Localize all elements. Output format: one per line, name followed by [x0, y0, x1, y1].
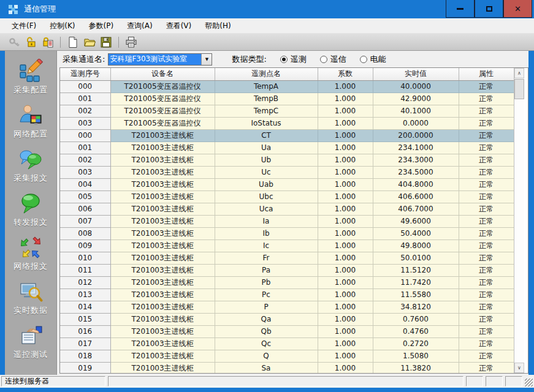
- data-cell[interactable]: TempC: [215, 105, 318, 117]
- data-cell[interactable]: Ia: [215, 215, 318, 227]
- data-cell[interactable]: 1.000: [318, 215, 373, 227]
- data-cell[interactable]: T201003主进线柜: [110, 362, 215, 373]
- data-cell[interactable]: T201003主进线柜: [110, 337, 215, 350]
- row-header-cell[interactable]: 016: [60, 325, 110, 337]
- data-cell[interactable]: 正常: [459, 264, 514, 276]
- data-cell[interactable]: 0.7600: [373, 313, 459, 325]
- sidebar-item-network-config[interactable]: 网络配置: [13, 103, 48, 140]
- row-header-cell[interactable]: 010: [60, 252, 110, 264]
- data-cell[interactable]: Sa: [215, 362, 318, 373]
- minimize-button[interactable]: [446, 0, 475, 18]
- data-cell[interactable]: T201003主进线柜: [110, 166, 215, 178]
- menu-item[interactable]: 查询(A): [120, 18, 159, 34]
- scrollbar-thumb[interactable]: [514, 79, 524, 99]
- data-cell[interactable]: 1.000: [318, 80, 373, 92]
- table-row[interactable]: 014T201003主进线柜P1.00034.8120正常: [60, 301, 514, 313]
- vertical-scrollbar[interactable]: ∧ ∨: [514, 68, 524, 373]
- data-cell[interactable]: 正常: [459, 288, 514, 301]
- data-cell[interactable]: 正常: [459, 301, 514, 313]
- row-header-cell[interactable]: 007: [60, 215, 110, 227]
- column-header[interactable]: 遥测点名: [215, 68, 318, 80]
- chevron-down-icon[interactable]: ▼: [201, 54, 212, 65]
- data-cell[interactable]: TempB: [215, 92, 318, 105]
- data-cell[interactable]: 正常: [459, 325, 514, 337]
- table-row[interactable]: 007T201003主进线柜Ia1.00049.6000正常: [60, 215, 514, 227]
- column-header[interactable]: 系数: [318, 68, 373, 80]
- data-cell[interactable]: T201003主进线柜: [110, 252, 215, 264]
- column-header[interactable]: 属性: [459, 68, 514, 80]
- data-cell[interactable]: 正常: [459, 362, 514, 373]
- table-row[interactable]: 012T201003主进线柜Pb1.00011.7420正常: [60, 276, 514, 288]
- table-row[interactable]: 005T201003主进线柜Ubc1.000406.6000正常: [60, 190, 514, 203]
- data-cell[interactable]: 1.000: [318, 313, 373, 325]
- row-header-cell[interactable]: 019: [60, 362, 110, 373]
- data-cell[interactable]: 1.000: [318, 337, 373, 350]
- data-cell[interactable]: 1.000: [318, 288, 373, 301]
- menu-item[interactable]: 查看(V): [159, 18, 199, 34]
- data-cell[interactable]: 1.000: [318, 252, 373, 264]
- sidebar-item-collect-message[interactable]: 采集报文: [13, 147, 48, 184]
- data-cell[interactable]: 11.7420: [373, 276, 459, 288]
- data-cell[interactable]: 正常: [459, 227, 514, 239]
- table-row[interactable]: 000T201003主进线柜CT1.000200.0000正常: [60, 129, 514, 141]
- data-cell[interactable]: Ic: [215, 239, 318, 252]
- save-icon[interactable]: [100, 36, 112, 48]
- new-document-icon[interactable]: [67, 36, 79, 48]
- data-cell[interactable]: Ub: [215, 154, 318, 166]
- row-header-cell[interactable]: 001: [60, 92, 110, 105]
- data-cell[interactable]: 1.000: [318, 105, 373, 117]
- sidebar-item-realtime-data[interactable]: 实时数据: [13, 279, 48, 316]
- column-header[interactable]: 遥测序号: [60, 68, 110, 80]
- data-cell[interactable]: 正常: [459, 190, 514, 203]
- data-cell[interactable]: T201003主进线柜: [110, 313, 215, 325]
- data-cell[interactable]: 1.000: [318, 362, 373, 373]
- lock-edit-icon[interactable]: [42, 36, 54, 48]
- close-button[interactable]: ✕: [503, 0, 532, 18]
- table-row[interactable]: 019T201003主进线柜Sa1.00011.3820正常: [60, 362, 514, 373]
- table-row[interactable]: 002T201005变压器温控仪TempC1.00040.1000正常: [60, 105, 514, 117]
- data-cell[interactable]: Ua: [215, 141, 318, 154]
- data-cell[interactable]: Qb: [215, 325, 318, 337]
- data-cell[interactable]: 正常: [459, 92, 514, 105]
- data-cell[interactable]: 正常: [459, 239, 514, 252]
- table-row[interactable]: 009T201003主进线柜Ic1.00049.8000正常: [60, 239, 514, 252]
- data-cell[interactable]: T201003主进线柜: [110, 190, 215, 203]
- menu-item[interactable]: 帮助(H): [198, 18, 237, 34]
- table-row[interactable]: 010T201003主进线柜Fr1.00050.0100正常: [60, 252, 514, 264]
- row-header-cell[interactable]: 005: [60, 190, 110, 203]
- row-header-cell[interactable]: 002: [60, 105, 110, 117]
- data-cell[interactable]: 1.000: [318, 141, 373, 154]
- data-cell[interactable]: IoStatus: [215, 117, 318, 129]
- table-row[interactable]: 004T201003主进线柜Uab1.000404.8000正常: [60, 178, 514, 190]
- menu-item[interactable]: 控制(K): [43, 18, 82, 34]
- data-cell[interactable]: 1.000: [318, 117, 373, 129]
- unlock-icon[interactable]: [25, 36, 37, 48]
- table-row[interactable]: 008T201003主进线柜Ib1.00050.4000正常: [60, 227, 514, 239]
- column-header[interactable]: 设备名: [110, 68, 215, 80]
- data-cell[interactable]: 正常: [459, 276, 514, 288]
- data-cell[interactable]: 11.5120: [373, 264, 459, 276]
- data-cell[interactable]: 1.000: [318, 178, 373, 190]
- data-cell[interactable]: T201003主进线柜: [110, 178, 215, 190]
- row-header-cell[interactable]: 012: [60, 276, 110, 288]
- data-cell[interactable]: 正常: [459, 141, 514, 154]
- data-cell[interactable]: 1.000: [318, 166, 373, 178]
- data-cell[interactable]: 正常: [459, 178, 514, 190]
- data-cell[interactable]: 正常: [459, 350, 514, 362]
- data-cell[interactable]: TempA: [215, 80, 318, 92]
- row-header-cell[interactable]: 011: [60, 264, 110, 276]
- data-cell[interactable]: 34.8120: [373, 301, 459, 313]
- row-header-cell[interactable]: 002: [60, 154, 110, 166]
- data-cell[interactable]: 正常: [459, 203, 514, 215]
- data-cell[interactable]: 1.000: [318, 203, 373, 215]
- data-cell[interactable]: 49.8000: [373, 239, 459, 252]
- data-cell[interactable]: 1.000: [318, 239, 373, 252]
- data-cell[interactable]: Uc: [215, 166, 318, 178]
- data-cell[interactable]: 50.4000: [373, 227, 459, 239]
- sidebar-item-collect-config[interactable]: 采集配置: [13, 59, 48, 96]
- data-cell[interactable]: CT: [215, 129, 318, 141]
- data-cell[interactable]: T201003主进线柜: [110, 288, 215, 301]
- data-cell[interactable]: T201005变压器温控仪: [110, 80, 215, 92]
- data-cell[interactable]: P: [215, 301, 318, 313]
- table-row[interactable]: 003T201005变压器温控仪IoStatus1.0000.0000正常: [60, 117, 514, 129]
